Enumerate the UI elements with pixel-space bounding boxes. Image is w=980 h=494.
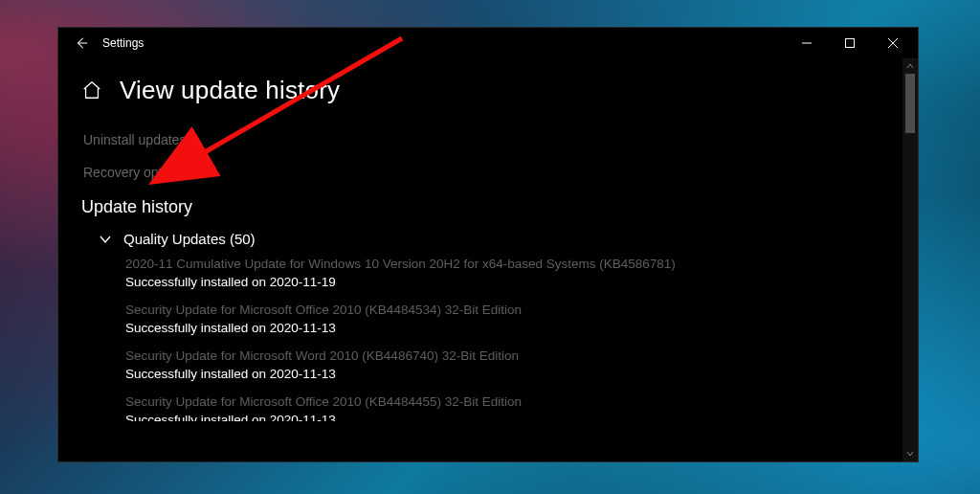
maximize-button[interactable] bbox=[828, 28, 871, 58]
update-link[interactable]: Security Update for Microsoft Word 2010 … bbox=[125, 348, 880, 363]
titlebar: Settings bbox=[58, 28, 918, 58]
list-item: Security Update for Microsoft Office 201… bbox=[125, 394, 880, 421]
window-title: Settings bbox=[102, 36, 144, 50]
scroll-up-button[interactable] bbox=[902, 58, 918, 74]
chevron-down-icon bbox=[99, 233, 112, 246]
close-icon bbox=[888, 38, 898, 48]
settings-window: Settings View u bbox=[58, 28, 918, 461]
minimize-icon bbox=[802, 38, 812, 48]
update-status: Successfully installed on 2020-11-13 bbox=[125, 413, 880, 421]
update-status: Successfully installed on 2020-11-19 bbox=[125, 275, 880, 289]
update-status: Successfully installed on 2020-11-13 bbox=[125, 367, 880, 381]
svg-rect-0 bbox=[845, 39, 854, 48]
scroll-thumb[interactable] bbox=[905, 74, 915, 133]
page-content: View update history Uninstall updates Re… bbox=[58, 58, 902, 461]
list-item: 2020-11 Cumulative Update for Windows 10… bbox=[125, 257, 880, 289]
list-item: Security Update for Microsoft Word 2010 … bbox=[125, 348, 880, 381]
quality-updates-toggle[interactable]: Quality Updates (50) bbox=[99, 227, 880, 251]
recovery-options-link[interactable]: Recovery options bbox=[83, 165, 880, 180]
back-button[interactable] bbox=[64, 28, 99, 58]
minimize-button[interactable] bbox=[785, 28, 828, 58]
update-link[interactable]: Security Update for Microsoft Office 201… bbox=[125, 303, 880, 317]
uninstall-updates-link[interactable]: Uninstall updates bbox=[83, 132, 880, 147]
update-history-heading: Update history bbox=[81, 197, 880, 217]
chevron-down-icon bbox=[906, 450, 914, 458]
home-button[interactable] bbox=[81, 79, 104, 102]
chevron-up-icon bbox=[906, 62, 914, 70]
update-link[interactable]: Security Update for Microsoft Office 201… bbox=[125, 394, 880, 409]
update-link[interactable]: 2020-11 Cumulative Update for Windows 10… bbox=[125, 257, 880, 271]
vertical-scrollbar[interactable] bbox=[902, 58, 918, 461]
close-button[interactable] bbox=[871, 28, 914, 58]
updates-list: 2020-11 Cumulative Update for Windows 10… bbox=[125, 257, 880, 421]
update-status: Successfully installed on 2020-11-13 bbox=[125, 321, 880, 335]
list-item: Security Update for Microsoft Office 201… bbox=[125, 303, 880, 335]
page-title: View update history bbox=[120, 76, 340, 105]
quality-updates-label: Quality Updates (50) bbox=[123, 231, 256, 247]
home-icon bbox=[81, 79, 102, 101]
scroll-down-button[interactable] bbox=[902, 446, 918, 461]
back-arrow-icon bbox=[75, 36, 88, 50]
maximize-icon bbox=[845, 38, 855, 48]
